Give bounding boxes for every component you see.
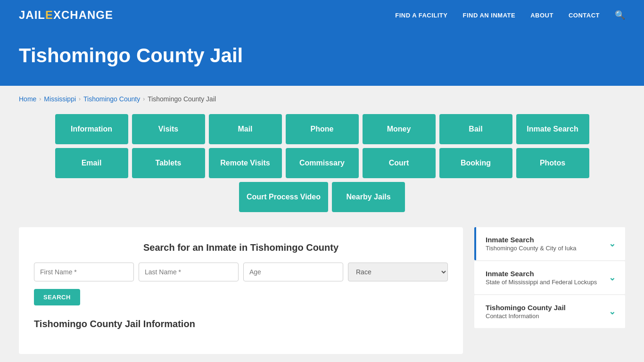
logo-exchange-text: XCHANGE bbox=[53, 8, 113, 22]
breadcrumb-tishomingo-county[interactable]: Tishomingo County bbox=[83, 95, 140, 103]
age-input[interactable] bbox=[243, 263, 343, 281]
button-grid: Information Visits Mail Phone Money Bail… bbox=[19, 114, 625, 212]
btn-tablets[interactable]: Tablets bbox=[132, 148, 205, 178]
header: JAILEXCHANGE FIND A FACILITY FIND AN INM… bbox=[0, 0, 644, 30]
btn-row-1: Information Visits Mail Phone Money Bail… bbox=[55, 114, 589, 144]
btn-court-process-video[interactable]: Court Process Video bbox=[239, 182, 328, 212]
search-fields: Race White Black Hispanic Asian Other bbox=[34, 263, 448, 281]
btn-visits[interactable]: Visits bbox=[132, 114, 205, 144]
main-two-col: Search for an Inmate in Tishomingo Count… bbox=[19, 227, 625, 354]
header-search-icon[interactable]: 🔍 bbox=[615, 10, 625, 20]
breadcrumb-current: Tishomingo County Jail bbox=[148, 95, 216, 103]
btn-mail[interactable]: Mail bbox=[209, 114, 282, 144]
chevron-down-icon-3: ⌄ bbox=[609, 306, 616, 317]
btn-bail[interactable]: Bail bbox=[439, 114, 512, 144]
nav-find-facility[interactable]: FIND A FACILITY bbox=[395, 12, 447, 19]
breadcrumb: Home › Mississippi › Tishomingo County ›… bbox=[19, 95, 625, 103]
btn-phone[interactable]: Phone bbox=[286, 114, 359, 144]
btn-row-3: Court Process Video Nearby Jails bbox=[239, 182, 405, 212]
sidebar-card-1[interactable]: Inmate Search Tishomingo County & City o… bbox=[474, 227, 625, 260]
search-panel: Search for an Inmate in Tishomingo Count… bbox=[19, 227, 463, 354]
btn-court[interactable]: Court bbox=[363, 148, 436, 178]
btn-remote-visits[interactable]: Remote Visits bbox=[209, 148, 282, 178]
page-title: Tishomingo County Jail bbox=[19, 44, 625, 67]
nav-about[interactable]: ABOUT bbox=[530, 12, 553, 19]
sidebar-card-2-sub: State of Mississippi and Federal Lockups bbox=[486, 279, 597, 286]
breadcrumb-mississippi[interactable]: Mississippi bbox=[44, 95, 76, 103]
jail-info-title: Tishomingo County Jail Information bbox=[34, 319, 448, 329]
sidebar-card-3-title: Tishomingo County Jail bbox=[486, 304, 566, 312]
race-select[interactable]: Race White Black Hispanic Asian Other bbox=[348, 263, 448, 281]
hero-section: Tishomingo County Jail bbox=[0, 30, 644, 86]
nav-contact[interactable]: CONTACT bbox=[569, 12, 600, 19]
btn-money[interactable]: Money bbox=[363, 114, 436, 144]
search-title: Search for an Inmate in Tishomingo Count… bbox=[34, 242, 448, 253]
breadcrumb-sep-2: › bbox=[79, 96, 81, 102]
sidebar-card-3-text: Tishomingo County Jail Contact Informati… bbox=[486, 304, 566, 320]
btn-row-2: Email Tablets Remote Visits Commissary C… bbox=[55, 148, 589, 178]
chevron-down-icon-2: ⌄ bbox=[609, 272, 616, 283]
sidebar: Inmate Search Tishomingo County & City o… bbox=[474, 227, 625, 328]
sidebar-card-1-text: Inmate Search Tishomingo County & City o… bbox=[486, 236, 576, 252]
nav-find-inmate[interactable]: FIND AN INMATE bbox=[462, 12, 515, 19]
btn-photos[interactable]: Photos bbox=[516, 148, 589, 178]
last-name-input[interactable] bbox=[139, 263, 239, 281]
first-name-input[interactable] bbox=[34, 263, 134, 281]
logo-jail-text: JAIL bbox=[19, 8, 45, 22]
breadcrumb-home[interactable]: Home bbox=[19, 95, 36, 103]
btn-commissary[interactable]: Commissary bbox=[286, 148, 359, 178]
sidebar-card-1-sub: Tishomingo County & City of Iuka bbox=[486, 245, 576, 252]
sidebar-card-1-title: Inmate Search bbox=[486, 236, 576, 244]
breadcrumb-sep-3: › bbox=[143, 96, 145, 102]
search-button[interactable]: SEARCH bbox=[34, 289, 80, 305]
logo-x-text: E bbox=[45, 8, 53, 22]
btn-booking[interactable]: Booking bbox=[439, 148, 512, 178]
main-nav: FIND A FACILITY FIND AN INMATE ABOUT CON… bbox=[395, 10, 625, 20]
sidebar-card-3[interactable]: Tishomingo County Jail Contact Informati… bbox=[474, 295, 625, 328]
breadcrumb-sep-1: › bbox=[39, 96, 41, 102]
content-area: Home › Mississippi › Tishomingo County ›… bbox=[0, 86, 644, 362]
sidebar-card-3-sub: Contact Information bbox=[486, 313, 566, 320]
btn-inmate-search[interactable]: Inmate Search bbox=[516, 114, 589, 144]
logo[interactable]: JAILEXCHANGE bbox=[19, 8, 113, 22]
btn-email[interactable]: Email bbox=[55, 148, 128, 178]
btn-information[interactable]: Information bbox=[55, 114, 128, 144]
chevron-down-icon-1: ⌄ bbox=[609, 239, 616, 249]
sidebar-card-2-title: Inmate Search bbox=[486, 270, 597, 278]
btn-nearby-jails[interactable]: Nearby Jails bbox=[332, 182, 405, 212]
sidebar-card-2[interactable]: Inmate Search State of Mississippi and F… bbox=[474, 261, 625, 294]
sidebar-card-2-text: Inmate Search State of Mississippi and F… bbox=[486, 270, 597, 286]
